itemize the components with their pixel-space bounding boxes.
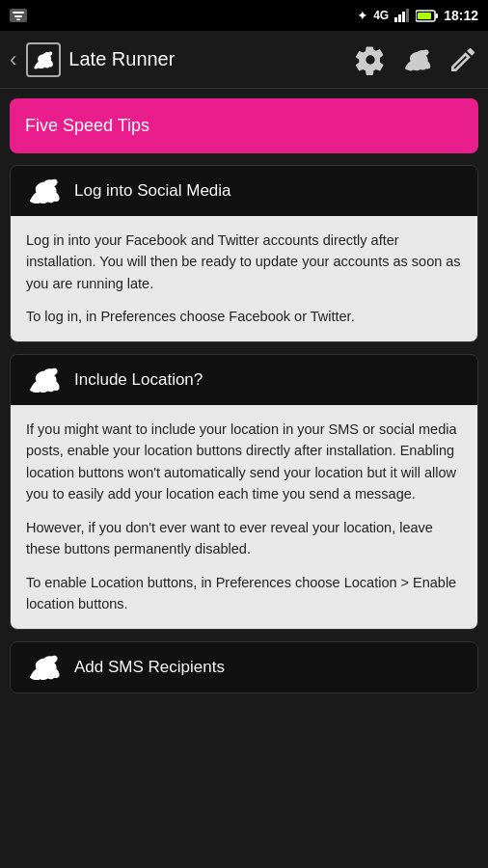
sms-recipients-card-title: Add SMS Recipients [74, 658, 225, 677]
network-label: 4G [373, 9, 389, 22]
social-media-para-2: To log in, in Preferences choose Faceboo… [26, 306, 462, 327]
time-display: 18:12 [444, 8, 478, 23]
app-icon-box [26, 42, 61, 77]
svg-rect-4 [398, 14, 401, 22]
location-para-3: To enable Location buttons, in Preferenc… [26, 572, 462, 615]
horse-icon-location [24, 366, 63, 393]
svg-rect-9 [418, 13, 431, 19]
signal-icon [393, 9, 411, 22]
gear-icon[interactable] [355, 44, 386, 75]
include-location-card-title: Include Location? [74, 370, 203, 390]
back-arrow-icon[interactable]: ‹ [10, 47, 16, 72]
app-horse-icon [31, 50, 56, 69]
social-media-card-title: Log into Social Media [74, 181, 231, 201]
social-media-card: Log into Social Media Log in into your F… [10, 165, 478, 342]
status-bar-left [10, 9, 27, 22]
horse-icon-social [24, 177, 63, 204]
app-bar: ‹ Late Runner [0, 31, 488, 89]
social-media-card-header: Log into Social Media [11, 166, 477, 216]
horse-icon-sms [24, 654, 63, 681]
five-speed-tips-card: Five Speed Tips [10, 98, 478, 153]
svg-rect-8 [436, 14, 439, 18]
sms-recipients-card-header: Add SMS Recipients [11, 642, 477, 692]
status-bar: ✦ 4G 18:12 [0, 0, 488, 31]
svg-rect-1 [14, 15, 22, 17]
sms-recipients-card: Add SMS Recipients [10, 641, 478, 693]
status-bar-right: ✦ 4G 18:12 [357, 8, 478, 23]
location-para-2: However, if you don't ever want to ever … [26, 517, 462, 560]
social-media-card-body: Log in into your Facebook and Twitter ac… [11, 216, 477, 341]
svg-rect-6 [406, 9, 409, 22]
five-speed-tips-title: Five Speed Tips [25, 116, 149, 135]
main-content: Five Speed Tips Log into Social Media Lo… [0, 89, 488, 868]
svg-rect-2 [16, 19, 20, 21]
svg-rect-3 [394, 17, 397, 22]
include-location-card-body: If you might want to include your locati… [11, 405, 477, 629]
bluetooth-icon: ✦ [357, 8, 368, 23]
include-location-card-header: Include Location? [11, 355, 477, 405]
horse-action-icon[interactable] [401, 44, 432, 75]
location-para-1: If you might want to include your locati… [26, 419, 462, 505]
notification-icon [10, 9, 27, 22]
app-title: Late Runner [68, 48, 175, 70]
battery-icon [416, 10, 439, 22]
app-bar-actions [355, 44, 478, 75]
social-media-para-1: Log in into your Facebook and Twitter ac… [26, 230, 462, 294]
svg-rect-0 [13, 12, 24, 14]
app-bar-title-area: ‹ Late Runner [10, 42, 355, 77]
include-location-card: Include Location? If you might want to i… [10, 354, 478, 630]
pen-action-icon[interactable] [447, 44, 478, 75]
svg-rect-5 [402, 12, 405, 22]
